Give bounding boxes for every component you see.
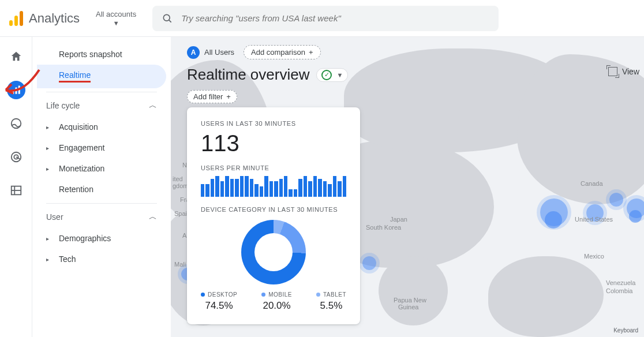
map-label: Canada — [581, 180, 603, 187]
sidebar-section-user[interactable]: User ︿ — [37, 204, 166, 228]
rail-home-icon[interactable] — [7, 47, 25, 66]
svg-point-0 — [163, 14, 170, 21]
users-per-minute-label: USERS PER MINUTE — [201, 164, 346, 171]
users-per-minute-chart — [201, 176, 346, 197]
chevron-down-icon: ▼ — [113, 20, 119, 27]
realtime-card: USERS IN LAST 30 MINUTES 113 USERS PER M… — [187, 107, 360, 324]
plus-icon: + — [226, 92, 231, 101]
sidebar-item-engagement[interactable]: ▸Engagement — [37, 137, 166, 158]
map-label: Mexico — [584, 253, 604, 260]
map-label: South Korea — [366, 224, 401, 231]
add-filter-button[interactable]: Add filter + — [187, 90, 237, 103]
map-label: Mali — [174, 261, 186, 268]
device-donut-chart — [241, 220, 306, 284]
sidebar-item-realtime[interactable]: ▸Realtime — [37, 65, 166, 88]
check-circle-icon: ✓ — [321, 70, 332, 80]
sidebar: ▸Reports snapshot ▸Realtime Life cycle ︿… — [32, 37, 171, 337]
rail-advertising-icon[interactable] — [7, 148, 25, 166]
audience-badge: A — [187, 46, 200, 59]
legend-mobile: MOBILE 20.0% — [261, 291, 292, 312]
map-attribution: Keyboard — [613, 327, 638, 334]
users-30min-label: USERS IN LAST 30 MINUTES — [201, 120, 346, 127]
sidebar-item-retention[interactable]: ▸Retention — [37, 179, 166, 200]
ga-logo: Analytics — [9, 11, 80, 26]
svg-line-1 — [169, 20, 171, 22]
expand-icon — [608, 67, 617, 76]
sidebar-item-acquisition[interactable]: ▸Acquisition — [37, 117, 166, 137]
plus-icon: + — [309, 48, 313, 57]
map-label: Venezuela — [606, 279, 635, 286]
sidebar-section-lifecycle[interactable]: Life cycle ︿ — [37, 92, 166, 117]
map-label: Colombia — [606, 287, 632, 294]
chevron-up-icon: ︿ — [149, 212, 157, 222]
page-title: Realtime overview — [187, 66, 309, 84]
sidebar-item-tech[interactable]: ▸Tech — [37, 249, 166, 269]
account-selector[interactable]: All accounts ▼ — [89, 10, 143, 27]
map-label: gdom — [173, 182, 189, 189]
sidebar-item-reports-snapshot[interactable]: ▸Reports snapshot — [37, 44, 166, 65]
account-selector-label: All accounts — [96, 10, 136, 18]
users-30min-value: 113 — [201, 130, 346, 156]
status-selector[interactable]: ✓ ▼ — [316, 68, 348, 82]
rail-explore-icon[interactable] — [7, 114, 25, 133]
map-label: Guinea — [398, 304, 418, 310]
sidebar-item-demographics[interactable]: ▸Demographics — [37, 228, 166, 249]
chevron-up-icon: ︿ — [149, 100, 157, 111]
sidebar-item-monetization[interactable]: ▸Monetization — [37, 158, 166, 179]
rail-configure-icon[interactable] — [7, 181, 25, 200]
search-input[interactable] — [181, 13, 489, 23]
legend-desktop: DESKTOP 74.5% — [201, 291, 237, 312]
search-icon — [162, 13, 173, 24]
map-label: Japan — [390, 216, 407, 223]
legend-tablet: TABLET 5.5% — [316, 291, 346, 312]
audience-chip[interactable]: A All Users — [187, 46, 234, 59]
app-header: Analytics All accounts ▼ — [0, 0, 644, 37]
search-bar[interactable] — [152, 6, 499, 31]
view-button[interactable]: View — [608, 67, 639, 76]
ga-logo-icon — [9, 11, 23, 26]
map-label: Papua New — [394, 297, 426, 304]
content-area: Noi ited gdom France Spain Algeria Mali … — [171, 37, 644, 337]
add-comparison-button[interactable]: Add comparison + — [244, 45, 321, 59]
brand-name: Analytics — [29, 11, 80, 26]
map-label: United States — [575, 216, 613, 223]
map-label: ited — [173, 175, 183, 182]
device-category-label: DEVICE CATEGORY IN LAST 30 MINUTES — [201, 206, 346, 213]
annotation-arrow — [0, 67, 45, 107]
chevron-down-icon: ▼ — [336, 72, 343, 78]
device-legend: DESKTOP 74.5% MOBILE 20.0% TABLET 5.5% — [201, 291, 346, 312]
